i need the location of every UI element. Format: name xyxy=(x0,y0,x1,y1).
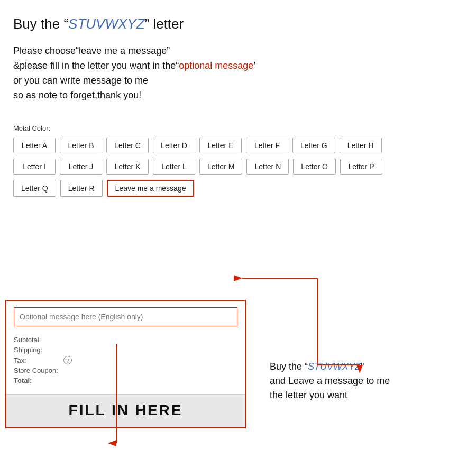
button-row-3: Letter Q Letter R Leave me a message xyxy=(13,180,463,197)
page-title: Buy the “STUVWXYZ” letter xyxy=(13,16,463,32)
btn-letter-h[interactable]: Letter H xyxy=(340,138,382,153)
btn-letter-l[interactable]: Letter L xyxy=(153,159,195,175)
title-prefix: Buy the “ xyxy=(13,16,68,32)
title-suffix: ” letter xyxy=(145,16,184,32)
btn-letter-r[interactable]: Letter R xyxy=(60,180,103,197)
btn-letter-j[interactable]: Letter J xyxy=(60,159,102,175)
right-text-prefix: Buy the “ xyxy=(270,361,308,372)
order-info: Subtotal: Shipping: Tax: ? Store Coupon:… xyxy=(6,332,245,394)
instructions-line2-prefix: &please fill in the letter you want in t… xyxy=(13,60,179,71)
btn-leave-message[interactable]: Leave me a message xyxy=(107,180,195,197)
metal-color-label: Metal Color: xyxy=(13,124,463,132)
total-row: Total: xyxy=(14,377,237,385)
title-brand: STUVWXYZ xyxy=(68,16,144,32)
right-brand: STUVWXYZ xyxy=(308,361,361,372)
btn-letter-b[interactable]: Letter B xyxy=(60,138,102,153)
subtotal-label: Subtotal: xyxy=(14,336,61,344)
right-text-line2: and Leave a message to me xyxy=(270,376,390,386)
instructions-line3: or you can write message to me xyxy=(13,75,148,86)
store-coupon-row: Store Coupon: xyxy=(14,367,237,374)
right-side-text: Buy the “STUVWXYZ" and Leave a message t… xyxy=(270,360,460,402)
tax-row: Tax: ? xyxy=(14,356,237,364)
btn-letter-n[interactable]: Letter N xyxy=(246,159,289,175)
tax-label: Tax: xyxy=(14,356,61,364)
btn-letter-a[interactable]: Letter A xyxy=(13,138,56,153)
btn-letter-e[interactable]: Letter E xyxy=(199,138,242,153)
btn-letter-c[interactable]: Letter C xyxy=(106,138,149,153)
bottom-panel: Subtotal: Shipping: Tax: ? Store Coupon:… xyxy=(5,300,246,428)
subtotal-row: Subtotal: xyxy=(14,336,237,344)
right-text-close-quote: " xyxy=(361,361,364,372)
shipping-label: Shipping: xyxy=(14,346,61,354)
tax-help-icon: ? xyxy=(63,356,72,364)
instructions-line1: Please choose“leave me a message” xyxy=(13,45,170,56)
btn-letter-f[interactable]: Letter F xyxy=(246,138,288,153)
instructions-line2-suffix: ’ xyxy=(253,60,255,71)
shipping-row: Shipping: xyxy=(14,346,237,354)
right-text-line3: the letter you want xyxy=(270,390,347,400)
btn-letter-o[interactable]: Letter O xyxy=(293,159,336,175)
btn-letter-k[interactable]: Letter K xyxy=(106,159,149,175)
optional-input-wrapper[interactable] xyxy=(14,307,237,326)
button-row-1: Letter A Letter B Letter C Letter D Lett… xyxy=(13,138,463,153)
store-coupon-label: Store Coupon: xyxy=(14,367,61,374)
btn-letter-i[interactable]: Letter I xyxy=(13,159,56,175)
btn-letter-d[interactable]: Letter D xyxy=(153,138,195,153)
instructions-block: Please choose“leave me a message” &pleas… xyxy=(13,44,463,103)
fill-in-bar: FILL IN HERE xyxy=(6,394,245,427)
btn-letter-p[interactable]: Letter P xyxy=(340,159,382,175)
main-page: Buy the “STUVWXYZ” letter Please choose“… xyxy=(0,0,476,218)
btn-letter-g[interactable]: Letter G xyxy=(292,138,335,153)
button-row-2: Letter I Letter J Letter K Letter L Lett… xyxy=(13,159,463,175)
btn-letter-q[interactable]: Letter Q xyxy=(13,180,56,197)
btn-letter-m[interactable]: Letter M xyxy=(199,159,242,175)
optional-keyword: optional message xyxy=(179,60,253,71)
total-label: Total: xyxy=(14,377,61,385)
instructions-line4: so as note to forget,thank you! xyxy=(13,90,141,100)
optional-message-input[interactable] xyxy=(20,313,232,321)
